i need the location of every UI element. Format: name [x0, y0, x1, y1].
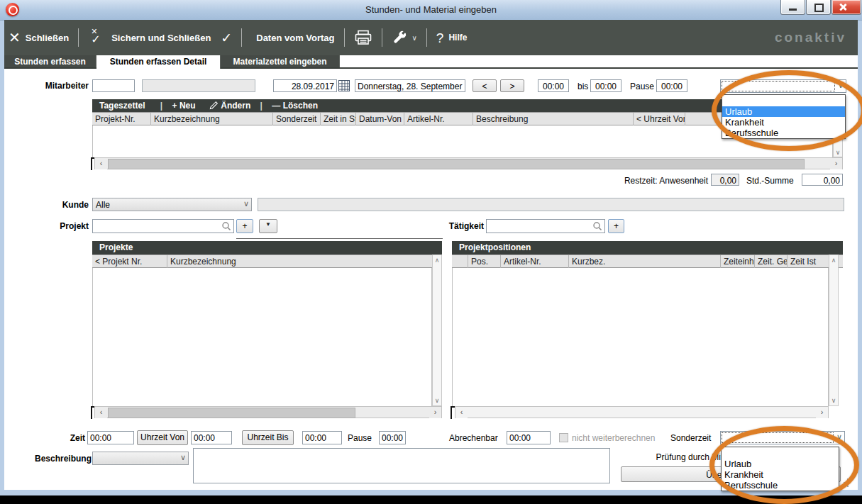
mitarbeiter-name-field	[142, 79, 255, 92]
uhrzeit-von-button[interactable]: Uhrzeit Von	[137, 430, 188, 445]
pencil-icon	[209, 101, 219, 110]
mitarbeiter-id-input[interactable]	[92, 79, 135, 92]
calendar-button[interactable]	[338, 80, 350, 91]
weekday-date-field[interactable]: Donnerstag, 28. September	[355, 79, 465, 92]
col-beschreibung[interactable]: Beschreibung	[473, 113, 634, 125]
col-datum-von[interactable]: Datum-Von	[356, 113, 404, 125]
projekt-add-button[interactable]: +	[236, 219, 253, 233]
col-artikel-nr[interactable]: Artikel-Nr.	[501, 255, 569, 268]
uhrzeit-von-input[interactable]: 00:00	[191, 431, 232, 444]
toolbar-close-button[interactable]: ✕ Schließen	[4, 30, 69, 45]
kunde-select[interactable]: Alle ∨	[92, 198, 252, 211]
sonderzeit-combobox[interactable]: ∨	[720, 79, 846, 93]
pause-input[interactable]: 00:00	[656, 79, 687, 92]
uhrzeit-bis-input[interactable]: 00:00	[302, 431, 342, 444]
conaktiv-logo: conaktiv	[775, 30, 846, 45]
loeschen-button[interactable]: — Löschen	[272, 101, 318, 111]
save-close-icon: ✕ ✓	[89, 28, 106, 47]
projekte-table-body[interactable]	[92, 268, 432, 406]
col-kurzbezeichnung[interactable]: Kurzbezeichnung	[167, 255, 432, 268]
zeit-input[interactable]: 00:00	[87, 431, 134, 444]
next-day-button[interactable]: >	[500, 79, 524, 92]
std-summe-label: Std.-Summe	[746, 176, 794, 186]
col-zeit-ist[interactable]: Zeit Ist	[788, 255, 829, 268]
dropdown-option-berufsschule[interactable]: Berufsschule	[722, 480, 839, 491]
time-to-input[interactable]: 00:00	[590, 79, 621, 92]
col-sonderzeit[interactable]: Sonderzeit	[273, 113, 321, 125]
beschreibung-label: Beschreibung	[27, 454, 92, 464]
dropdown-option-urlaub[interactable]: Urlaub	[722, 106, 845, 117]
col-artikel-nr[interactable]: Artikel-Nr.	[404, 113, 473, 125]
minus-icon: —	[272, 101, 280, 111]
beschreibung-textarea[interactable]	[193, 448, 610, 483]
nicht-weiterberechnen-label: nicht weiterberechnen	[572, 433, 655, 443]
nicht-weiterberechnen-checkbox[interactable]	[559, 433, 568, 442]
col-kurzbez[interactable]: Kurzbez.	[569, 255, 721, 268]
scroll-down-icon[interactable]: ∨	[433, 397, 441, 404]
abrechenbar-input[interactable]: 00:00	[507, 431, 551, 444]
scroll-down-icon[interactable]: ∨	[834, 149, 842, 156]
scrollbar-thumb[interactable]	[108, 408, 355, 418]
close-button[interactable]	[831, 0, 861, 15]
scroll-left-icon[interactable]: ‹	[95, 407, 107, 418]
minimize-button[interactable]	[780, 0, 805, 15]
sonderzeit-bottom-combobox[interactable]: ∨	[720, 431, 845, 444]
col-zeiteinh[interactable]: Zeiteinh	[721, 255, 755, 268]
col-zeit-ge[interactable]: Zeit. Ge	[755, 255, 788, 268]
dropdown-option-empty[interactable]	[722, 447, 839, 459]
help-button[interactable]: ? Hilfe	[436, 31, 468, 45]
taetigkeit-add-button[interactable]: +	[608, 219, 624, 233]
toolbar-save-close-button[interactable]: ✕ ✓ Sichern und Schließen ✓	[88, 28, 232, 47]
col-pos[interactable]: Pos.	[468, 255, 501, 268]
positionen-table-body[interactable]	[452, 268, 829, 406]
titlebar[interactable]: Stunden- und Material eingeben	[0, 0, 862, 21]
tab-stunden-erfassen[interactable]: Stunden erfassen	[4, 55, 96, 67]
previous-day-button[interactable]: <	[473, 79, 497, 92]
scroll-right-icon[interactable]: ›	[816, 407, 828, 418]
print-button[interactable]	[354, 30, 372, 45]
tab-materialzettel[interactable]: Materialzettel eingeben	[221, 55, 340, 67]
projekt-dropdown-button[interactable]: ▼	[259, 219, 277, 233]
tab-stunden-erfassen-detail[interactable]: Stunden erfassen Detail	[96, 55, 221, 69]
col-uhrzeit-von[interactable]: < Uhrzeit Von	[634, 113, 685, 125]
pause-input[interactable]: 00:00	[379, 431, 406, 444]
projekte-horizontal-scrollbar[interactable]: ‹ ›	[94, 406, 442, 418]
scroll-right-icon[interactable]: ›	[429, 407, 441, 418]
scroll-up-icon[interactable]: ∧	[433, 257, 441, 264]
col-projekt-nr[interactable]: Projekt-Nr.	[92, 113, 151, 125]
toolbar-previous-day-button[interactable]: Daten vom Vortag	[251, 33, 334, 43]
aendern-button[interactable]: Ändern	[209, 101, 253, 111]
tools-menu-button[interactable]: ∨	[392, 29, 417, 46]
dropdown-option-berufsschule[interactable]: Berufsschule	[722, 128, 845, 138]
dropdown-option-empty[interactable]	[722, 95, 845, 106]
projekte-vertical-scrollbar[interactable]: ∧ ∨	[432, 254, 442, 406]
scroll-left-icon[interactable]: ‹	[455, 407, 468, 418]
kunde-label: Kunde	[26, 200, 89, 210]
scroll-up-icon[interactable]: ∧	[829, 257, 838, 264]
resize-grip[interactable]	[841, 480, 849, 487]
dropdown-option-urlaub[interactable]: Urlaub	[722, 459, 839, 469]
scroll-down-icon[interactable]: ∨	[829, 397, 838, 404]
positionen-horizontal-scrollbar[interactable]: ‹ ›	[455, 406, 829, 418]
positionen-vertical-scrollbar[interactable]: ∧ ∨	[829, 254, 839, 406]
uhrzeit-bis-button[interactable]: Uhrzeit Bis	[242, 430, 294, 445]
window-frame: Stunden- und Material eingeben ✕ Schließ…	[0, 0, 862, 495]
scroll-left-icon[interactable]: ‹	[95, 158, 107, 169]
projekt-search-input[interactable]	[92, 219, 234, 233]
maximize-button[interactable]	[806, 0, 831, 15]
tageszettel-horizontal-scrollbar[interactable]: ‹ ›	[94, 157, 843, 169]
minimize-icon	[789, 9, 797, 11]
taetigkeit-search-input[interactable]	[486, 219, 605, 233]
beschreibung-preset-select[interactable]: ∨	[92, 452, 189, 465]
dropdown-option-krankheit[interactable]: Krankheit	[722, 469, 839, 480]
col-zeit-in-stunden[interactable]: Zeit in Stu	[321, 113, 356, 125]
scroll-right-icon[interactable]: ›	[830, 158, 842, 169]
col-projekt-nr-sort[interactable]: < Projekt Nr.	[92, 255, 167, 268]
neu-button[interactable]: + Neu	[172, 101, 198, 111]
date-input[interactable]: 28.09.2017	[273, 79, 337, 92]
scrollbar-thumb[interactable]	[108, 159, 805, 169]
dropdown-option-krankheit[interactable]: Krankheit	[722, 117, 845, 128]
plus-icon: +	[172, 101, 177, 111]
time-from-input[interactable]: 00:00	[538, 79, 569, 92]
col-kurzbezeichnung[interactable]: Kurzbezeichnung	[151, 113, 273, 125]
